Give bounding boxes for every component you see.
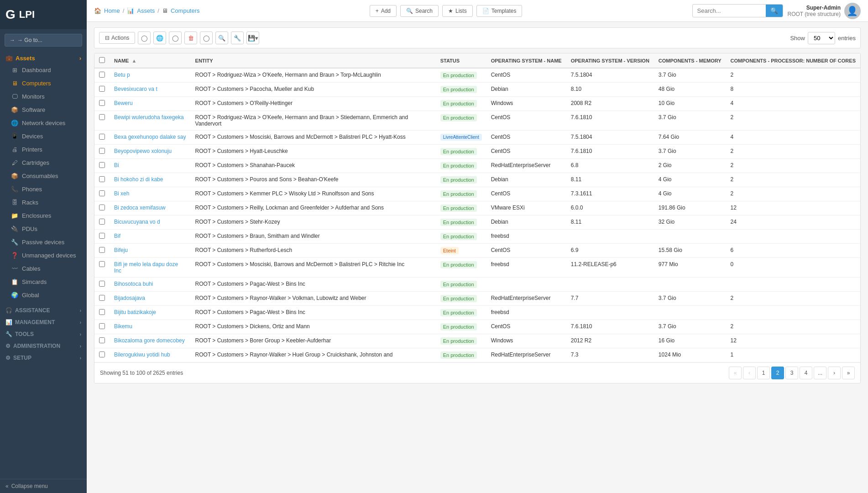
breadcrumb-home[interactable]: Home: [104, 7, 120, 14]
row-checkbox[interactable]: [99, 100, 105, 106]
os-name-cell: CentOS: [486, 68, 566, 83]
computer-name-link[interactable]: Beweru: [114, 100, 133, 106]
computer-name-link[interactable]: Bewipi wulerudoha faxegeka: [114, 114, 184, 121]
row-checkbox[interactable]: [99, 86, 105, 92]
management-section-header[interactable]: 📊 Management ›: [0, 315, 87, 327]
sort-arrow-icon: ▲: [131, 58, 136, 63]
row-checkbox[interactable]: [99, 219, 105, 225]
sidebar-item-cables[interactable]: 〰 Cables: [0, 262, 87, 275]
row-checkbox[interactable]: [99, 233, 105, 239]
row-checkbox[interactable]: [99, 148, 105, 154]
row-checkbox[interactable]: [99, 337, 105, 343]
row-checkbox[interactable]: [99, 247, 105, 253]
show-select[interactable]: 50 100 200: [808, 32, 835, 44]
computer-name-link[interactable]: Bi zedoca xemifasuw: [114, 205, 166, 211]
computer-name-link[interactable]: Bikemu: [114, 323, 132, 330]
sidebar-item-simcards[interactable]: 📋 Simcards: [0, 275, 87, 288]
row-checkbox[interactable]: [99, 72, 105, 78]
row-checkbox[interactable]: [99, 323, 105, 329]
computer-name-link[interactable]: Bi xeh: [114, 190, 129, 197]
last-page-button[interactable]: »: [842, 367, 855, 379]
first-page-button[interactable]: «: [729, 367, 742, 379]
row-checkbox[interactable]: [99, 309, 105, 315]
breadcrumb-assets[interactable]: Assets: [137, 7, 155, 14]
computer-name-link[interactable]: Bihosotoca buhi: [114, 281, 153, 287]
templates-button[interactable]: 📄 Templates: [476, 5, 523, 17]
computer-name-link[interactable]: Bifi je melo lela dapu doze Inc: [114, 261, 178, 274]
search-filter-btn[interactable]: 🔍: [215, 31, 228, 44]
sidebar-item-racks[interactable]: 🗄 Racks: [0, 196, 87, 209]
col-name[interactable]: NAME ▲: [110, 53, 191, 68]
avatar[interactable]: 👤: [844, 3, 861, 19]
setup-section-header[interactable]: ⚙ Setup ›: [0, 351, 87, 363]
administration-section-header[interactable]: ⚙ Administration ›: [0, 339, 87, 351]
tools-icon: 🔧: [5, 331, 12, 337]
computer-name-link[interactable]: Bevesixucaro va t: [114, 86, 157, 92]
row-checkbox[interactable]: [99, 114, 105, 120]
sidebar-item-consumables[interactable]: 📦 Consumables: [0, 169, 87, 183]
sidebar-item-cartridges[interactable]: 🖊 Cartridges: [0, 156, 87, 169]
row-checkbox[interactable]: [99, 134, 105, 140]
computer-name-link[interactable]: Bijadosajava: [114, 295, 145, 301]
page-1-button[interactable]: 1: [757, 367, 770, 379]
search-submit-button[interactable]: 🔍: [766, 5, 783, 17]
computer-name-link[interactable]: Betu p: [114, 72, 130, 78]
select-all-checkbox[interactable]: [99, 57, 105, 63]
toggle-btn-3[interactable]: ◯: [169, 31, 182, 44]
page-2-button[interactable]: 2: [771, 367, 784, 379]
search-button[interactable]: 🔍 Search: [400, 5, 439, 17]
goto-button[interactable]: → → Go to...: [5, 34, 82, 47]
row-checkbox[interactable]: [99, 295, 105, 301]
page-4-button[interactable]: 4: [800, 367, 812, 379]
sidebar-item-enclosures[interactable]: 📁 Enclosures: [0, 209, 87, 222]
row-checkbox[interactable]: [99, 176, 105, 182]
wrench-btn[interactable]: 🔧: [231, 31, 244, 44]
row-checkbox[interactable]: [99, 190, 105, 196]
table-row: Bi ROOT > Customers > Shanahan-Paucek En…: [94, 159, 860, 173]
row-checkbox[interactable]: [99, 351, 105, 357]
sidebar-item-passive-devices[interactable]: 🔧 Passive devices: [0, 236, 87, 249]
computer-name-link[interactable]: Bi hokoho zi di kabe: [114, 176, 163, 183]
sidebar-item-computers[interactable]: 🖥 Computers: [0, 77, 87, 90]
computer-name-link[interactable]: Bicuvucuyana vo d: [114, 219, 160, 225]
row-checkbox[interactable]: [99, 261, 105, 267]
search-input[interactable]: [693, 5, 766, 16]
sidebar-item-unmanaged-devices[interactable]: ❓ Unmanaged devices: [0, 249, 87, 262]
delete-btn[interactable]: 🗑: [184, 31, 197, 44]
sidebar-item-printers[interactable]: 🖨 Printers: [0, 143, 87, 156]
sidebar-item-devices[interactable]: 📱 Devices: [0, 130, 87, 143]
actions-button[interactable]: ⊟ Actions: [99, 32, 135, 44]
sidebar-item-global[interactable]: 🌍 Global: [0, 288, 87, 302]
collapse-menu-button[interactable]: « Collapse menu: [0, 479, 87, 493]
prev-page-button[interactable]: ‹: [743, 367, 756, 379]
sidebar-item-phones[interactable]: 📞 Phones: [0, 183, 87, 196]
computer-name-link[interactable]: Bijitu batizikakoje: [114, 309, 156, 315]
computer-name-link[interactable]: Beyopovipewo xolonuju: [114, 148, 172, 154]
next-page-button[interactable]: ›: [828, 367, 841, 379]
assets-section-header[interactable]: 💼 Assets ›: [0, 51, 87, 63]
computer-name-link[interactable]: Bexa gexehunopo dalake say: [114, 134, 186, 140]
row-checkbox[interactable]: [99, 205, 105, 210]
toggle-btn-4[interactable]: ◯: [200, 31, 213, 44]
breadcrumb-computers[interactable]: Computers: [171, 7, 200, 14]
assistance-section-header[interactable]: 🎧 Assistance ›: [0, 304, 87, 315]
export-btn[interactable]: 💾 ▾: [246, 31, 259, 44]
sidebar-item-network-devices[interactable]: 🌐 Network devices: [0, 116, 87, 130]
tools-section-header[interactable]: 🔧 Tools ›: [0, 327, 87, 339]
lists-button[interactable]: ★ Lists: [442, 5, 473, 17]
page-3-button[interactable]: 3: [785, 367, 798, 379]
sidebar-item-dashboard[interactable]: ⊞ Dashboard: [0, 63, 87, 77]
computer-name-link[interactable]: Bif: [114, 233, 120, 239]
computer-name-link[interactable]: Bifeju: [114, 247, 128, 253]
computer-name-link[interactable]: Bilerogukiwu yotidi hub: [114, 351, 170, 358]
sidebar-item-software[interactable]: 📦 Software: [0, 103, 87, 116]
toggle-btn-1[interactable]: ◯: [138, 31, 151, 44]
toggle-btn-2[interactable]: 🌐: [153, 31, 166, 44]
row-checkbox[interactable]: [99, 281, 105, 287]
sidebar-item-pdus[interactable]: 🔌 PDUs: [0, 222, 87, 236]
row-checkbox[interactable]: [99, 162, 105, 168]
add-button[interactable]: + Add: [370, 5, 397, 17]
computer-name-link[interactable]: Bi: [114, 162, 119, 168]
computer-name-link[interactable]: Bikozaloma gore domecobey: [114, 337, 185, 344]
sidebar-item-monitors[interactable]: 🖵 Monitors: [0, 90, 87, 103]
